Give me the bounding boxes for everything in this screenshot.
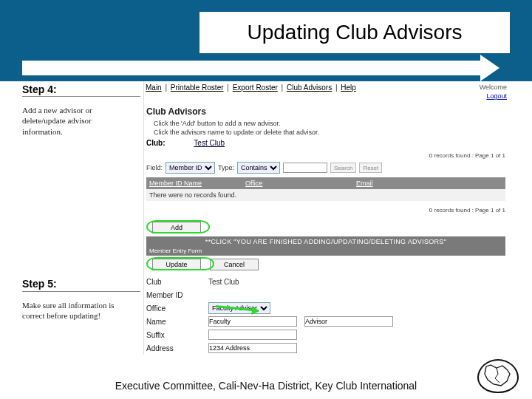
club-link[interactable]: Test Club xyxy=(194,139,225,147)
first-name-input[interactable] xyxy=(208,316,297,327)
grid-empty-row: There were no records found. xyxy=(146,189,505,201)
col-office[interactable]: Office xyxy=(242,180,353,187)
form-header: Member Entry Form xyxy=(146,247,505,256)
advisors-instr-1: Click the 'Add' button to add a new advi… xyxy=(154,120,281,127)
type-select[interactable]: Contains xyxy=(237,162,280,174)
page-title: Updating Club Advisors xyxy=(247,21,462,44)
slide: Updating Club Advisors Main | Printable … xyxy=(0,0,532,399)
address-input[interactable] xyxy=(208,343,297,353)
grid-header: Member ID Name Office Email xyxy=(146,177,505,189)
nav-printable-roster[interactable]: Printable Roster xyxy=(171,83,224,92)
form-row-name: Name xyxy=(146,315,505,328)
address-field-label: Address xyxy=(146,344,208,352)
suffix-field-label: Suffix xyxy=(146,331,208,339)
step4-desc: Add a new advisor or delete/update advis… xyxy=(22,105,133,137)
filter-input[interactable] xyxy=(283,163,327,173)
cancel-button[interactable]: Cancel xyxy=(210,259,259,270)
last-name-input[interactable] xyxy=(304,316,393,327)
col-email[interactable]: Email xyxy=(353,180,464,187)
name-field-label: Name xyxy=(146,318,208,326)
step4-rule xyxy=(22,96,140,97)
club-label: Club: xyxy=(146,139,166,147)
office-field-label: Office xyxy=(146,304,208,313)
content-area: Main | Printable Roster | Export Roster … xyxy=(22,81,510,355)
pager-bottom: 0 records found : Page 1 of 1 xyxy=(429,207,505,214)
title-box: Updating Club Advisors xyxy=(200,12,510,53)
app-nav: Main | Printable Roster | Export Roster … xyxy=(144,83,510,94)
field-label: Field: xyxy=(146,164,163,171)
footer-text: Executive Committee, Cali-Nev-Ha Distric… xyxy=(0,380,532,392)
district-logo xyxy=(477,359,519,393)
type-label: Type: xyxy=(218,164,234,171)
nav-help[interactable]: Help xyxy=(341,83,356,92)
form-row-member-id: Member ID xyxy=(146,288,505,301)
map-icon xyxy=(482,364,514,389)
filter-row: Field: Member ID Type: Contains Search R… xyxy=(146,161,505,174)
update-button[interactable]: Update xyxy=(152,259,201,270)
nav-export-roster[interactable]: Export Roster xyxy=(233,83,278,92)
arrow-head-icon xyxy=(480,55,499,81)
club-row: Club: Test Club xyxy=(146,139,225,147)
pager-top: 0 records found : Page 1 of 1 xyxy=(429,152,505,159)
form-row-suffix: Suffix xyxy=(146,328,505,341)
nav-club-advisors[interactable]: Club Advisors xyxy=(287,83,332,92)
welcome-label: Welcome xyxy=(480,83,507,91)
form-row-office: Office Faculty Advisor xyxy=(146,301,505,315)
advisors-heading: Club Advisors xyxy=(146,106,206,117)
advisors-instr-2: Click the advisors name to update or del… xyxy=(154,129,319,136)
add-button[interactable]: Add xyxy=(152,222,201,233)
arrow-shaft xyxy=(22,61,480,75)
step5-desc: Make sure all information is correct bef… xyxy=(22,300,133,321)
nav-main[interactable]: Main xyxy=(146,83,162,92)
club-field-label: Club xyxy=(146,278,208,286)
field-select[interactable]: Member ID xyxy=(166,162,215,174)
logout-link[interactable]: Logout xyxy=(486,92,507,100)
form-row-address: Address xyxy=(146,341,505,355)
form-row-club: Club Test Club xyxy=(146,275,505,288)
divider xyxy=(143,81,144,355)
step5-label: Step 5: xyxy=(22,278,57,290)
reset-button[interactable]: Reset xyxy=(359,163,382,173)
suffix-input[interactable] xyxy=(208,330,297,340)
club-field-value: Test Club xyxy=(208,278,239,286)
member-form: Club Test Club Member ID Office Faculty … xyxy=(146,275,505,355)
col-member-id-name[interactable]: Member ID Name xyxy=(146,180,242,187)
step4-label: Step 4: xyxy=(22,83,57,95)
memberid-field-label: Member ID xyxy=(146,291,208,299)
search-button[interactable]: Search xyxy=(330,163,356,173)
step5-rule xyxy=(22,291,140,292)
finish-banner: **CLICK "YOU ARE FINISHED ADDING/UPDATIN… xyxy=(146,236,505,247)
